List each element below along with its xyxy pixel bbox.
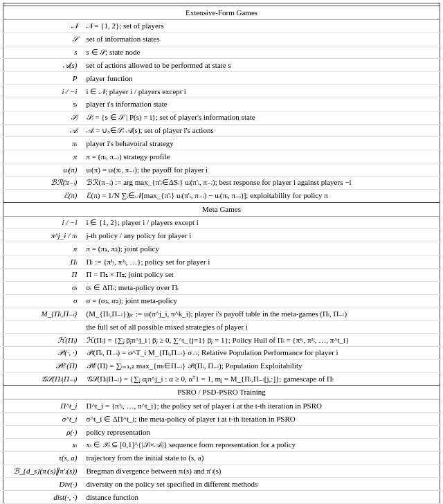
table-row: 𝒫ᵢ(·, ·)𝒫ᵢ(Πᵢ, Π₋ᵢ) = σ^T_i M_{Πᵢ,Π₋ᵢ} σ… <box>3 346 440 359</box>
notation-cell: 𝒫ᵢ(·, ·) <box>3 346 83 359</box>
notation-cell: σ^t_i <box>3 413 83 426</box>
notation-cell: π <box>3 150 83 163</box>
table-row: τ(s, a)trajectory from the initial state… <box>3 451 440 465</box>
table-row: ΠᵢΠᵢ := {π¹ᵢ, π²ᵢ, …}; policy set for pl… <box>3 255 440 269</box>
table-row: the full set of all possible mixed strat… <box>3 321 440 334</box>
notation-cell: M_{Πᵢ,Π₋ᵢ} <box>3 307 83 321</box>
meaning-cell: ℋ(Πᵢ) = {∑ⱼ βⱼπ^j_i | βⱼ ≥ 0, ∑^t_{j=1} … <box>83 334 440 347</box>
meaning-cell: the full set of all possible mixed strat… <box>83 321 440 334</box>
notation-cell: i / −i <box>3 85 83 98</box>
table-row: Π^t_iΠ^t_i = {π¹ᵢ, …, π^t_i}; the policy… <box>3 399 440 413</box>
table-row: ΠΠ = Π₁ × Π₂; joint policy set <box>3 268 440 281</box>
notation-cell: ℬℛ(π₋ᵢ) <box>3 176 83 189</box>
meaning-cell: 𝒫ℰ(Π) = ∑ᵢ₌₁,₂ max_{mᵢ∈Π₋ᵢ} 𝒫ᵢ(Πᵢ, Π₋ᵢ);… <box>83 359 440 372</box>
meaning-cell: 𝒮ᵢ = {s ∈ 𝒮 | P(s) = i}; set of player's… <box>83 111 440 124</box>
meaning-cell: 𝒜ᵢ = ∪ₛ∈𝒮ᵢ 𝒜(s); set of player i's actio… <box>83 124 440 137</box>
section-title-row: PSRO / PSD-PSRO Training <box>3 386 440 399</box>
meaning-cell: (M_{Πᵢ,Π₋ᵢ})ⱼₖ := uᵢ(π^j_i, π^k_i); play… <box>83 307 440 321</box>
notation-cell: 𝒫ℰ(Π) <box>3 359 83 372</box>
notation-cell: πᵢ <box>3 137 83 150</box>
section-title: PSRO / PSD-PSRO Training <box>3 386 440 399</box>
notation-cell: π^j_i / πᵢ <box>3 229 83 242</box>
table-row: 𝒩𝒩 = {1, 2}; set of players <box>3 19 440 33</box>
notation-cell: ℋ(Πᵢ) <box>3 334 83 347</box>
notation-cell: σᵢ <box>3 281 83 294</box>
meaning-cell: player i's behavoiral strategy <box>83 137 440 150</box>
table-row: ππ = (πᵢ, π₋ᵢ) strategy profile <box>3 150 440 163</box>
table-row: 𝒢𝒮(Πᵢ|Π₋ᵢ)𝒢𝒮(Πᵢ|Π₋ᵢ) = {∑ⱼ αⱼπ^j_i : α ≥… <box>3 372 440 386</box>
notation-cell: uᵢ(π) <box>3 163 83 177</box>
notation-cell: Div(·) <box>3 478 83 491</box>
meaning-cell: 𝒫ᵢ(Πᵢ, Π₋ᵢ) = σ^T_i M_{Πᵢ,Π₋ᵢ} σ₋ᵢ; Rela… <box>83 346 440 359</box>
notation-cell: σ <box>3 294 83 307</box>
meaning-cell: distance function <box>83 491 440 504</box>
notation-cell: 𝒮ᵢ <box>3 111 83 124</box>
table-row: ππ = (π₁, π₂); joint policy <box>3 242 440 255</box>
table-row: 𝒜ᵢ𝒜ᵢ = ∪ₛ∈𝒮ᵢ 𝒜(s); set of player i's act… <box>3 124 440 137</box>
notation-cell: i / −i <box>3 216 83 229</box>
meaning-cell: i ∈ 𝒩; player i / players except i <box>83 85 440 98</box>
meaning-cell: Π^t_i = {π¹ᵢ, …, π^t_i}; the policy set … <box>83 399 440 413</box>
table-row: xᵢxᵢ ∈ 𝒳ᵢ ⊆ [0,1]^{|𝒮ᵢ×𝒜ᵢ|} sequence for… <box>3 438 440 451</box>
meaning-cell: player function <box>83 72 440 85</box>
table-row: M_{Πᵢ,Π₋ᵢ}(M_{Πᵢ,Π₋ᵢ})ⱼₖ := uᵢ(π^j_i, π^… <box>3 307 440 321</box>
meaning-cell: player i's information state <box>83 98 440 111</box>
table-row: σ^t_iσ^t_i ∈ ΔΠ^t_i; the meta-policy of … <box>3 413 440 426</box>
table-row: Div(·)diversity on the policy set specif… <box>3 478 440 491</box>
table-row: 𝒮set of information states <box>3 33 440 46</box>
meaning-cell: uᵢ(π) = uᵢ(πᵢ, π₋ᵢ); the payoff for play… <box>83 163 440 177</box>
notation-cell: ℬ_{d_s}(πᵢ(s)‖π'ᵢ(s)) <box>3 465 83 478</box>
notation-table: Extensive-Form Games𝒩𝒩 = {1, 2}; set of … <box>3 3 440 504</box>
notation-cell: sᵢ <box>3 98 83 111</box>
table-row: ρ(·)policy representation <box>3 426 440 439</box>
notation-cell: dist(·, ·) <box>3 491 83 504</box>
table-row: σᵢσᵢ ∈ ΔΠᵢ; meta-policy over Πᵢ <box>3 281 440 294</box>
notation-cell: 𝒢𝒮(Πᵢ|Π₋ᵢ) <box>3 372 83 386</box>
section-title: Extensive-Form Games <box>3 6 440 20</box>
meaning-cell: π = (π₁, π₂); joint policy <box>83 242 440 255</box>
meaning-cell: 𝒢𝒮(Πᵢ|Π₋ᵢ) = {∑ⱼ αⱼπ^j_i : α ≥ 0, αᵀ1 = … <box>83 372 440 386</box>
meaning-cell: j-th policy / any policy for player i <box>83 229 440 242</box>
notation-cell: s <box>3 46 83 59</box>
meaning-cell: σᵢ ∈ ΔΠᵢ; meta-policy over Πᵢ <box>83 281 440 294</box>
table-row: 𝒜(s)set of actions allowed to be perform… <box>3 59 440 72</box>
notation-cell <box>3 321 83 334</box>
meaning-cell: Bregman divergence between πᵢ(s) and π'ᵢ… <box>83 465 440 478</box>
table-row: πᵢplayer i's behavoiral strategy <box>3 137 440 150</box>
notation-cell: τ(s, a) <box>3 451 83 465</box>
table-row: i / −ii ∈ 𝒩; player i / players except i <box>3 85 440 98</box>
meaning-cell: set of actions allowed to be performed a… <box>83 59 440 72</box>
notation-cell: Πᵢ <box>3 255 83 269</box>
meaning-cell: π = (πᵢ, π₋ᵢ) strategy profile <box>83 150 440 163</box>
table-row: ℬℛ(π₋ᵢ)ℬℛ(π₋ᵢ) := arg max_{π'ᵢ∈ΔSᵢ} uᵢ(π… <box>3 176 440 189</box>
table-row: ℬ_{d_s}(πᵢ(s)‖π'ᵢ(s))Bregman divergence … <box>3 465 440 478</box>
meaning-cell: Π = Π₁ × Π₂; joint policy set <box>83 268 440 281</box>
meaning-cell: xᵢ ∈ 𝒳ᵢ ⊆ [0,1]^{|𝒮ᵢ×𝒜ᵢ|} sequence form … <box>83 438 440 451</box>
section-title-row: Extensive-Form Games <box>3 6 440 20</box>
meaning-cell: set of information states <box>83 33 440 46</box>
table-row: 𝒮ᵢ𝒮ᵢ = {s ∈ 𝒮 | P(s) = i}; set of player… <box>3 111 440 124</box>
meaning-cell: σ^t_i ∈ ΔΠ^t_i; the meta-policy of playe… <box>83 413 440 426</box>
table-row: ℋ(Πᵢ)ℋ(Πᵢ) = {∑ⱼ βⱼπ^j_i | βⱼ ≥ 0, ∑^t_{… <box>3 334 440 347</box>
notation-cell: ℰ(π) <box>3 189 83 202</box>
meaning-cell: σ = (σ₁, σ₂); joint meta-policy <box>83 294 440 307</box>
meaning-cell: 𝒩 = {1, 2}; set of players <box>83 19 440 33</box>
meaning-cell: i ∈ {1, 2}; player i / players except i <box>83 216 440 229</box>
table-row: dist(·, ·)distance function <box>3 491 440 504</box>
section-title: Meta Games <box>3 202 440 216</box>
notation-cell: 𝒩 <box>3 19 83 33</box>
meaning-cell: s ∈ 𝒮; state node <box>83 46 440 59</box>
table-row: σσ = (σ₁, σ₂); joint meta-policy <box>3 294 440 307</box>
notation-cell: 𝒜ᵢ <box>3 124 83 137</box>
meaning-cell: Πᵢ := {π¹ᵢ, π²ᵢ, …}; policy set for play… <box>83 255 440 269</box>
notation-cell: 𝒮 <box>3 33 83 46</box>
section-title-row: Meta Games <box>3 202 440 216</box>
meaning-cell: ℰ(π) = 1/N ∑ᵢ∈𝒩[max_{π'ᵢ} uᵢ(π'ᵢ, π₋ᵢ) −… <box>83 189 440 202</box>
notation-cell: Π^t_i <box>3 399 83 413</box>
meaning-cell: ℬℛ(π₋ᵢ) := arg max_{π'ᵢ∈ΔSᵢ} uᵢ(π'ᵢ, π₋ᵢ… <box>83 176 440 189</box>
table-row: i / −ii ∈ {1, 2}; player i / players exc… <box>3 216 440 229</box>
table-row: ℰ(π)ℰ(π) = 1/N ∑ᵢ∈𝒩[max_{π'ᵢ} uᵢ(π'ᵢ, π₋… <box>3 189 440 202</box>
table-row: Pplayer function <box>3 72 440 85</box>
notation-cell: π <box>3 242 83 255</box>
notation-cell: 𝒜(s) <box>3 59 83 72</box>
